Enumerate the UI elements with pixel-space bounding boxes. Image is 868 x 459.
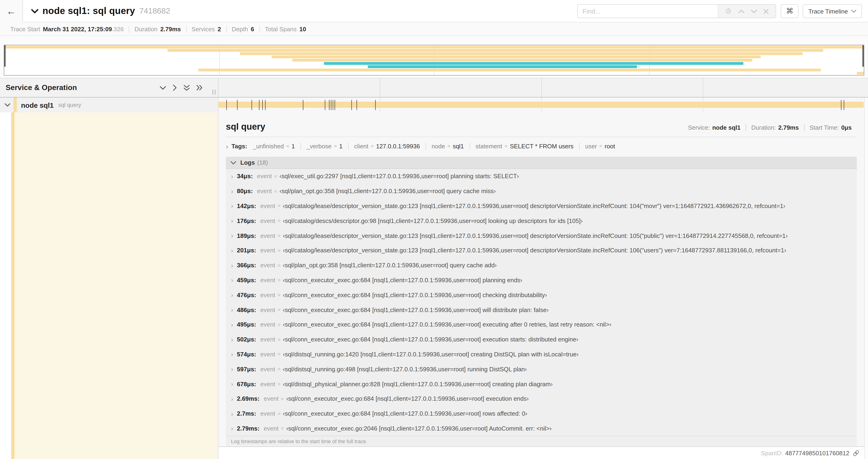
- log-event-tick: [335, 100, 335, 110]
- scrollbar-gutter: [864, 112, 868, 459]
- columns-header: Service & Operation: [0, 78, 868, 97]
- log-row[interactable]: › 80μs: event = ‹sql/plan_opt.go:358 [ns…: [226, 184, 857, 199]
- log-row[interactable]: › 2.69ms: event = ‹sql/conn_executor_exe…: [226, 391, 857, 406]
- logs-collapse-chevron-icon[interactable]: [230, 161, 236, 164]
- log-event-tick: [356, 100, 357, 110]
- expand-all-icon[interactable]: [193, 85, 206, 91]
- log-event-tick: [251, 100, 252, 110]
- tag-pill: user = root: [579, 142, 621, 150]
- log-row-chevron-icon[interactable]: ›: [231, 232, 233, 239]
- minimap-canvas[interactable]: [4, 45, 864, 75]
- span-collapse-chevron-icon[interactable]: [0, 103, 10, 107]
- minimap-span-bar: [324, 62, 743, 65]
- clear-search-icon[interactable]: [760, 5, 772, 18]
- log-row[interactable]: › 678μs: event = ‹sql/distsql_physical_p…: [226, 376, 857, 391]
- summary-item: Total Spans 10: [259, 25, 311, 32]
- column-resize-grip[interactable]: [211, 90, 216, 95]
- log-row-chevron-icon[interactable]: ›: [231, 247, 233, 254]
- ruler-gridline: [380, 78, 380, 97]
- log-event-tick: [325, 100, 326, 110]
- log-row[interactable]: › 2.79ms: event = ‹sql/conn_executor_exe…: [226, 421, 857, 436]
- span-detail-row: sql query Service: node sql1 Duration: 2…: [0, 112, 868, 459]
- log-row[interactable]: › 486μs: event = ‹sql/conn_executor_exec…: [226, 302, 857, 317]
- log-row-chevron-icon[interactable]: ›: [231, 396, 233, 402]
- log-row[interactable]: › 495μs: event = ‹sql/conn_executor_exec…: [226, 317, 857, 332]
- expand-one-icon[interactable]: [169, 85, 180, 91]
- trace-view-select-label: Trace Timeline: [808, 8, 848, 15]
- tag-pill: _verbose = 1: [301, 142, 348, 150]
- log-row-chevron-icon[interactable]: ›: [231, 188, 233, 194]
- log-event-tick: [265, 100, 265, 110]
- log-row[interactable]: › 597μs: event = ‹sql/distsql_running.go…: [226, 362, 857, 377]
- log-row[interactable]: › 366μs: event = ‹sql/plan_opt.go:358 [n…: [226, 258, 857, 273]
- next-result-icon[interactable]: [748, 5, 760, 18]
- detail-stat: Service: node sql1: [683, 124, 745, 131]
- span-id-label: SpanID:: [761, 450, 783, 456]
- collapse-all-icon[interactable]: [180, 85, 193, 91]
- minimap-left-scrubber[interactable]: [4, 45, 6, 67]
- minimap-right-scrubber[interactable]: [862, 45, 864, 67]
- focus-match-icon[interactable]: [722, 5, 735, 18]
- find-suffix-buttons: [718, 5, 776, 18]
- trace-view-select[interactable]: Trace Timeline: [803, 4, 862, 18]
- span-row-timeline-cell[interactable]: [218, 97, 864, 112]
- log-row-chevron-icon[interactable]: ›: [231, 410, 233, 417]
- log-row-chevron-icon[interactable]: ›: [231, 203, 233, 209]
- span-duration-bar[interactable]: [218, 102, 864, 108]
- log-row-chevron-icon[interactable]: ›: [231, 306, 233, 313]
- tags-chevron-icon[interactable]: ›: [226, 142, 228, 150]
- detail-header: sql query Service: node sql1 Duration: 2…: [226, 118, 857, 132]
- logs-title: Logs: [240, 159, 255, 166]
- find-group: [577, 4, 776, 18]
- log-row-chevron-icon[interactable]: ›: [231, 351, 233, 358]
- minimap-span-bar: [4, 46, 864, 48]
- log-event-tick: [333, 100, 333, 110]
- log-row-chevron-icon[interactable]: ›: [231, 366, 233, 372]
- log-row[interactable]: › 176μs: event = ‹sql/catalog/descs/desc…: [226, 214, 857, 228]
- log-event-tick: [841, 100, 841, 110]
- logs-list: › 34μs: event = ‹sql/exec_util.go:2297 […: [226, 169, 857, 436]
- log-row[interactable]: › 574μs: event = ‹sql/distsql_running.go…: [226, 347, 857, 362]
- keyboard-shortcuts-button[interactable]: ⌘: [781, 4, 799, 18]
- log-row[interactable]: › 189μs: event = ‹sql/catalog/lease/desc…: [226, 228, 857, 243]
- log-row[interactable]: › 476μs: event = ‹sql/conn_executor_exec…: [226, 288, 857, 302]
- log-row[interactable]: › 2.7ms: event = ‹sql/conn_executor_exec…: [226, 406, 857, 421]
- trace-summary-bar: Trace Start March 31 2022, 17:25:09 .326…: [0, 22, 868, 36]
- log-row-chevron-icon[interactable]: ›: [231, 425, 233, 432]
- timeline-ruler: [218, 78, 864, 97]
- log-row-chevron-icon[interactable]: ›: [231, 321, 233, 328]
- log-row-chevron-icon[interactable]: ›: [231, 381, 233, 387]
- log-row-chevron-icon[interactable]: ›: [231, 336, 233, 342]
- back-button[interactable]: ←: [0, 0, 23, 22]
- log-row[interactable]: › 459μs: event = ‹sql/conn_executor_exec…: [226, 273, 857, 288]
- log-row[interactable]: › 502μs: event = ‹sql/conn_executor_exec…: [226, 332, 857, 347]
- find-input[interactable]: [578, 5, 718, 18]
- service-operation-title: Service & Operation: [0, 84, 77, 92]
- collapse-one-icon[interactable]: [156, 86, 169, 90]
- tags-label: Tags:: [231, 142, 247, 150]
- log-event-tick: [226, 100, 226, 110]
- log-row-chevron-icon[interactable]: ›: [231, 277, 233, 283]
- log-row-chevron-icon[interactable]: ›: [231, 292, 233, 298]
- span-row-name-cell[interactable]: node sql1 sql query: [0, 97, 218, 112]
- log-row[interactable]: › 201μs: event = ‹sql/catalog/lease/desc…: [226, 243, 857, 258]
- tags-row[interactable]: › Tags: _unfinished = 1 _verbose = 1 cli…: [226, 139, 857, 153]
- tag-pill: statement = SELECT * FROM users: [469, 142, 579, 150]
- span-row[interactable]: node sql1 sql query: [0, 97, 868, 112]
- log-row-chevron-icon[interactable]: ›: [231, 218, 233, 224]
- scrollbar-gutter: [864, 97, 868, 112]
- logs-header[interactable]: Logs (18): [226, 157, 857, 169]
- span-id-value: 4877749850101760812: [785, 450, 849, 456]
- detail-stats: Service: node sql1 Duration: 2.79ms Star…: [683, 124, 857, 132]
- minimap-span-bar: [272, 56, 761, 58]
- log-row[interactable]: › 34μs: event = ‹sql/exec_util.go:2297 […: [226, 169, 857, 184]
- log-event-tick: [237, 100, 238, 110]
- log-row-chevron-icon[interactable]: ›: [231, 173, 233, 179]
- log-row-chevron-icon[interactable]: ›: [231, 262, 233, 268]
- deep-link-icon[interactable]: [852, 450, 860, 456]
- prev-result-icon[interactable]: [735, 5, 748, 18]
- span-id-row: SpanID: 4877749850101760812: [218, 447, 864, 459]
- trace-collapse-chevron-icon[interactable]: [31, 9, 38, 13]
- log-event-tick: [351, 100, 352, 110]
- log-row[interactable]: › 142μs: event = ‹sql/catalog/lease/desc…: [226, 198, 857, 214]
